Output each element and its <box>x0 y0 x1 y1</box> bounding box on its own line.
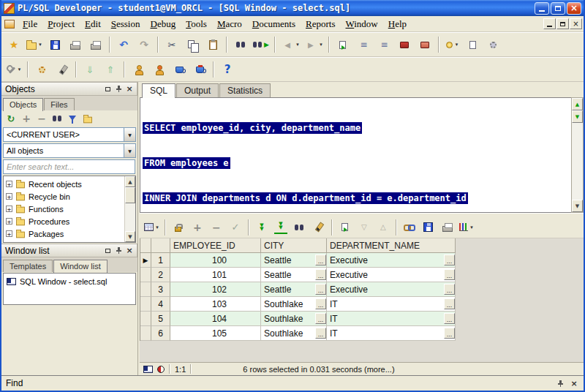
menu-debug[interactable]: Debug <box>145 17 181 31</box>
mdi-minimize-button[interactable] <box>543 18 556 29</box>
new-button[interactable]: ★ <box>4 35 23 54</box>
scroll-down-button[interactable]: ▼ <box>572 200 583 212</box>
menu-help[interactable]: Help <box>383 17 412 31</box>
save-results-button[interactable] <box>420 219 437 236</box>
window-list-pin-button[interactable] <box>113 246 124 255</box>
undo-button[interactable]: ↶ <box>114 35 133 54</box>
expand-icon[interactable] <box>6 230 12 237</box>
macro-play-button[interactable] <box>484 35 503 54</box>
dropdown-button[interactable]: ▼ <box>124 128 135 141</box>
menu-reports[interactable]: Reports <box>301 17 340 31</box>
table-row[interactable]: 6 105 Southlake... IT... <box>140 326 456 341</box>
cut-button[interactable]: ✂ <box>162 35 181 54</box>
browser-filters-button[interactable] <box>65 112 80 125</box>
print-results-button[interactable] <box>439 219 456 236</box>
cell-employee-id[interactable]: 101 <box>170 268 261 282</box>
objects-panel-dock-button[interactable] <box>102 84 113 94</box>
print-setup-button[interactable] <box>86 35 105 54</box>
collapse-all-button[interactable]: − <box>34 112 49 125</box>
cell-city[interactable]: Southlake... <box>261 312 327 326</box>
tab-objects[interactable]: Objects <box>3 98 43 111</box>
table-row[interactable]: 4 103 Southlake... IT... <box>140 297 456 312</box>
user-dropdown[interactable]: <CURRENT USER> ▼ <box>3 127 136 142</box>
find-button[interactable] <box>231 35 250 54</box>
scroll-thumb[interactable] <box>125 187 135 203</box>
sql-editor[interactable]: SELECT employee_id, city, department_nam… <box>140 97 571 213</box>
copy-button[interactable] <box>183 35 202 54</box>
cell-department-name[interactable]: Executive... <box>327 253 456 268</box>
mdi-restore-button[interactable] <box>556 18 569 29</box>
object-filter-dropdown[interactable]: All objects ▼ <box>3 143 136 158</box>
tab-sql[interactable]: SQL <box>142 83 176 98</box>
fetch-next-page-button[interactable]: ▼▼ <box>253 219 271 236</box>
table-row[interactable]: 2 101 Seattle... Executive... <box>140 268 456 282</box>
browser-button[interactable] <box>170 60 189 79</box>
tab-window-list[interactable]: Window list <box>53 260 107 273</box>
column-header-employee-id[interactable]: EMPLOYEE_ID <box>170 238 261 253</box>
window-list-close-button[interactable]: × <box>124 246 135 255</box>
cell-city[interactable]: Southlake... <box>261 326 327 341</box>
browser-folders-button[interactable] <box>80 112 95 125</box>
cell-employee-id[interactable]: 100 <box>170 253 261 268</box>
cell-expand-button[interactable]: ... <box>315 284 326 295</box>
menu-window[interactable]: Window <box>340 17 382 31</box>
sort-descending-button[interactable]: ▽ <box>355 219 373 236</box>
cell-employee-id[interactable]: 103 <box>170 297 261 312</box>
tree-scrollbar[interactable]: ▲ ▼ <box>124 176 135 242</box>
tab-templates[interactable]: Templates <box>3 260 53 272</box>
window-list-item[interactable]: SQL Window - select.sql <box>7 276 132 287</box>
unindent-button[interactable]: ≡ <box>374 35 393 54</box>
tab-statistics[interactable]: Statistics <box>219 83 271 97</box>
edit-data-button[interactable] <box>310 219 328 236</box>
table-row[interactable]: ▶ 1 100 Seattle... Executive... <box>140 253 456 268</box>
sessions-button[interactable] <box>129 60 148 79</box>
table-row[interactable]: 3 102 Seattle... Executive... <box>140 282 456 297</box>
find-object-button[interactable] <box>50 112 64 125</box>
cell-expand-button[interactable]: ... <box>444 313 455 324</box>
describe-button[interactable] <box>333 35 352 54</box>
tree-item-functions[interactable]: Functions <box>6 203 124 215</box>
menu-file[interactable]: File <box>18 17 42 31</box>
expand-icon[interactable] <box>6 218 12 225</box>
expand-all-button[interactable]: + <box>19 112 34 125</box>
commit-button[interactable]: ⇓ <box>80 60 99 79</box>
insert-record-button[interactable]: + <box>189 219 206 236</box>
save-button[interactable] <box>45 35 64 54</box>
cell-department-name[interactable]: IT... <box>327 312 456 326</box>
cell-department-name[interactable]: Executive... <box>327 268 456 282</box>
cell-expand-button[interactable]: ... <box>444 284 455 295</box>
macro-record-button[interactable] <box>464 35 483 54</box>
menu-documents[interactable]: Documents <box>247 17 301 31</box>
lock-record-button[interactable] <box>170 219 187 236</box>
column-header-department-name[interactable]: DEPARTMENT_NAME <box>327 238 456 253</box>
fetch-last-page-button[interactable]: ▼▼ <box>272 219 290 236</box>
delete-record-button[interactable]: − <box>208 219 225 236</box>
tab-output[interactable]: Output <box>176 83 219 97</box>
indent-button[interactable]: ≡ <box>354 35 373 54</box>
find-bar-close-button[interactable]: × <box>569 379 579 388</box>
menu-session[interactable]: Session <box>106 17 146 31</box>
cell-city[interactable]: Seattle... <box>261 253 327 268</box>
find-data-button[interactable] <box>291 219 309 236</box>
find-next-button[interactable]: ▶ <box>252 35 271 54</box>
sort-ascending-button[interactable]: △ <box>374 219 392 236</box>
table-row[interactable]: 5 104 Southlake... IT... <box>140 312 456 326</box>
documents-button[interactable] <box>395 35 414 54</box>
export-data-button[interactable] <box>336 219 354 236</box>
cell-city[interactable]: Southlake... <box>261 297 327 312</box>
open-button[interactable]: ▼ <box>25 35 44 54</box>
back-button[interactable]: ◀▼ <box>279 35 301 54</box>
menu-macro[interactable]: Macro <box>212 17 247 31</box>
tree-item-recycle-bin[interactable]: Recycle bin <box>6 190 124 203</box>
cell-city[interactable]: Seattle... <box>261 268 327 282</box>
cell-expand-button[interactable]: ... <box>315 328 326 339</box>
redo-button[interactable]: ↷ <box>135 35 154 54</box>
cell-expand-button[interactable]: ... <box>444 298 455 309</box>
menu-project[interactable]: Project <box>42 17 80 31</box>
tree-item-packages[interactable]: Packages <box>6 227 124 240</box>
menu-tools[interactable]: Tools <box>181 17 212 31</box>
template-button[interactable]: ▼ <box>443 35 462 54</box>
cell-expand-button[interactable]: ... <box>444 269 455 280</box>
cell-employee-id[interactable]: 105 <box>170 326 261 341</box>
cell-expand-button[interactable]: ... <box>315 269 326 280</box>
